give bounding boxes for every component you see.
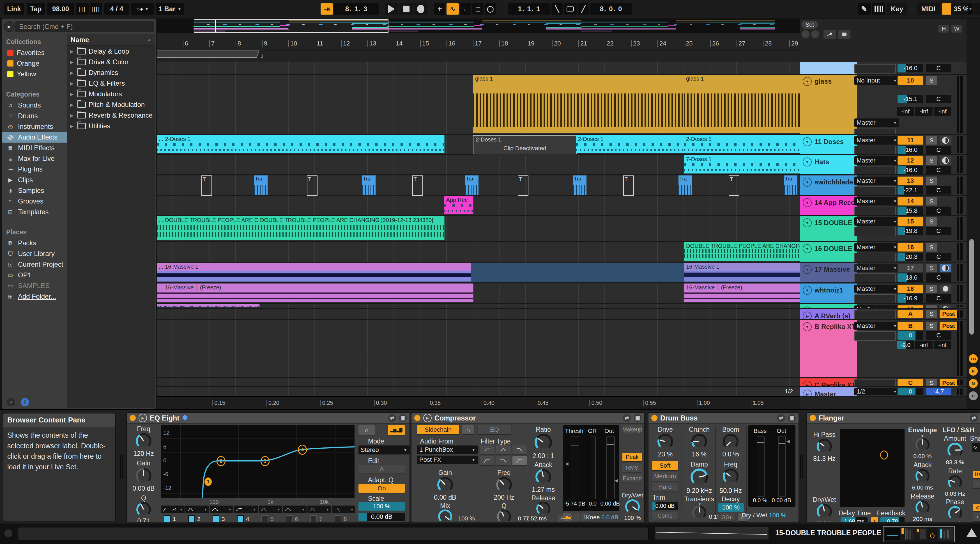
pan-field[interactable]: C bbox=[926, 331, 951, 340]
device-fold-icon[interactable]: ▶ bbox=[423, 414, 432, 422]
eq-band-filter-select[interactable]: ▼ bbox=[234, 506, 258, 513]
damp-value[interactable]: 9.20 kHz bbox=[687, 487, 712, 495]
clip[interactable]: ... DOUBLE TROUBLE PEOPLE ARE CH bbox=[157, 216, 258, 240]
boom-freq-knob[interactable] bbox=[723, 469, 738, 484]
eq-band-filter-select[interactable]: ▼ bbox=[185, 506, 209, 513]
unfold-icon[interactable]: ▼ bbox=[803, 77, 812, 86]
track-header-hats[interactable]: ▼HatsMaster▼12S-16.0C bbox=[800, 155, 967, 175]
input-box[interactable] bbox=[854, 331, 896, 341]
input-routing-select[interactable]: No Input▼ bbox=[854, 77, 899, 85]
hot-swap-icon[interactable]: ⇄ bbox=[777, 414, 785, 422]
hipass-value[interactable]: 81.3 Hz bbox=[813, 455, 835, 463]
soft-button[interactable]: Soft bbox=[652, 461, 678, 470]
arrangement-loop-marker[interactable] bbox=[157, 51, 262, 58]
thresh-marker[interactable]: ◀ bbox=[565, 461, 568, 466]
new-button[interactable]: + bbox=[434, 3, 445, 14]
attack-value[interactable]: 1.27 ms bbox=[532, 486, 555, 493]
mixer-section-toggle-d[interactable]: D bbox=[969, 391, 978, 400]
filter-type-button[interactable] bbox=[512, 445, 527, 455]
draw-mode-button[interactable]: ✎ bbox=[858, 3, 870, 14]
unfold-icon[interactable]: ▼ bbox=[803, 198, 812, 207]
out-marker[interactable]: ◀ bbox=[614, 478, 618, 483]
medium-button[interactable]: Medium bbox=[652, 472, 678, 481]
track-number[interactable]: 13 bbox=[897, 177, 923, 185]
fl-drywet-value[interactable]: 46.0 % bbox=[815, 520, 833, 522]
fl-attack-knob[interactable] bbox=[915, 469, 929, 483]
crunch-value[interactable]: 16 % bbox=[692, 450, 706, 458]
eq-display[interactable]: 1260-6-121234 bbox=[161, 425, 355, 498]
track-lane-app[interactable] bbox=[157, 196, 800, 216]
volume-field[interactable]: -16.0 bbox=[897, 64, 923, 72]
solo-button[interactable]: S bbox=[926, 197, 937, 206]
track-header-t9[interactable]: -16.0C bbox=[800, 62, 967, 75]
eq-band-toggle[interactable] bbox=[213, 515, 220, 522]
input-box[interactable] bbox=[854, 186, 896, 196]
expand-arrow-icon[interactable]: ▶ bbox=[70, 91, 75, 97]
clip[interactable]: ... 16-Massive 1 bbox=[157, 263, 472, 282]
sidebar-item-add-folder-[interactable]: ⊞Add Folder... bbox=[2, 291, 67, 302]
rate-sync-button[interactable]: ♪ bbox=[973, 480, 980, 488]
metronome-button[interactable]: ○●▼ bbox=[131, 3, 154, 14]
sidebar-item-favorites[interactable]: Favorites bbox=[2, 48, 67, 58]
solo-button[interactable]: S bbox=[926, 156, 937, 165]
mixer-section-toggle-i-o[interactable]: I-O bbox=[969, 354, 978, 363]
output-routing-select[interactable]: No Output▼ bbox=[854, 305, 899, 309]
volume-field[interactable]: -22.1 bbox=[897, 186, 923, 195]
send-field[interactable]: -inf bbox=[915, 107, 932, 116]
track-number[interactable]: 11 bbox=[897, 136, 923, 145]
track-header-19-midi[interactable]: ▼19 MIDINo Output▼19S bbox=[800, 304, 967, 309]
eq-band-toggle[interactable] bbox=[335, 515, 341, 522]
output-routing-select[interactable]: Master▼ bbox=[854, 217, 899, 226]
solo-button[interactable]: S bbox=[926, 217, 937, 226]
track-header-11-doses[interactable]: ▼11 DosesMaster▼11S-16.0C bbox=[800, 135, 967, 155]
solo-button[interactable]: S bbox=[926, 305, 937, 309]
track-lane-master[interactable] bbox=[157, 388, 800, 397]
track-header-17-massive[interactable]: ▼17 MassiveMaster▼17S-13.6C bbox=[800, 263, 967, 283]
track-header-whtnoiz1[interactable]: ▼whtnoiz1Master▼18S-16.9C bbox=[800, 284, 967, 304]
device-divider[interactable] bbox=[802, 455, 803, 479]
automation-arm-button[interactable]: ∿ bbox=[447, 3, 459, 14]
send-field[interactable]: -inf bbox=[897, 107, 914, 116]
sidebar-item-packs[interactable]: ⧉Packs bbox=[2, 238, 67, 249]
drive-value[interactable]: 23 % bbox=[658, 450, 673, 458]
activity-view-button[interactable]: ▂▆▃ bbox=[563, 513, 571, 521]
solo-button[interactable]: S bbox=[926, 322, 937, 330]
track-number[interactable]: 16 bbox=[897, 243, 923, 252]
volume-field[interactable]: -15.1 bbox=[897, 95, 923, 103]
clip-height-button[interactable]: H bbox=[939, 25, 949, 33]
track-name[interactable]: ▶C Replika XT bbox=[800, 378, 857, 386]
folder-row[interactable]: ▶Utilities bbox=[67, 121, 155, 131]
delay-time-value[interactable]: 1.68 ms bbox=[841, 517, 867, 522]
send-field[interactable]: -inf bbox=[915, 341, 932, 349]
damp-knob[interactable] bbox=[690, 469, 708, 486]
adapt-q-button[interactable]: On bbox=[358, 484, 405, 493]
eq-band-node[interactable]: 3 bbox=[261, 456, 270, 466]
peak-button[interactable]: Peak bbox=[622, 453, 642, 461]
trim-value[interactable]: 0.00 dB bbox=[652, 502, 678, 510]
feedback-polarity-button[interactable]: + bbox=[871, 517, 878, 522]
env-amount-knob[interactable] bbox=[915, 438, 929, 451]
input-box[interactable] bbox=[854, 273, 896, 283]
pan-field[interactable]: C bbox=[926, 95, 951, 103]
lock-envelopes-button[interactable] bbox=[838, 30, 850, 39]
freq-knob[interactable] bbox=[136, 433, 151, 449]
hot-swap-icon[interactable]: ⇄ bbox=[970, 414, 978, 422]
release-knob[interactable] bbox=[536, 502, 550, 516]
folder-row[interactable]: ▶Drive & Color bbox=[67, 57, 155, 67]
phase-knob[interactable] bbox=[948, 506, 962, 520]
device-on-led[interactable] bbox=[810, 415, 816, 421]
solo-button[interactable]: S bbox=[926, 77, 937, 85]
filter-type-button[interactable] bbox=[496, 456, 511, 465]
input-box[interactable] bbox=[854, 129, 896, 135]
knee-field[interactable]: Knee 6.0 dB bbox=[586, 514, 619, 521]
device-title-bar[interactable]: ▶ Compressor ⇄ ▣ bbox=[412, 413, 644, 424]
nudge-up-button[interactable]: |||| bbox=[90, 3, 102, 14]
solo-button[interactable]: S bbox=[926, 136, 937, 145]
sidebar-item-user-library[interactable]: ᗜUser Library bbox=[2, 249, 67, 259]
input-box[interactable] bbox=[854, 294, 896, 304]
pre-post-toggle[interactable]: Post bbox=[940, 322, 958, 330]
rms-button[interactable]: RMS bbox=[622, 463, 642, 472]
solo-button[interactable]: S bbox=[926, 285, 937, 293]
filter-type-button[interactable] bbox=[496, 445, 511, 455]
clip[interactable]: 16-Massive 1 (Freeze) bbox=[684, 284, 800, 302]
